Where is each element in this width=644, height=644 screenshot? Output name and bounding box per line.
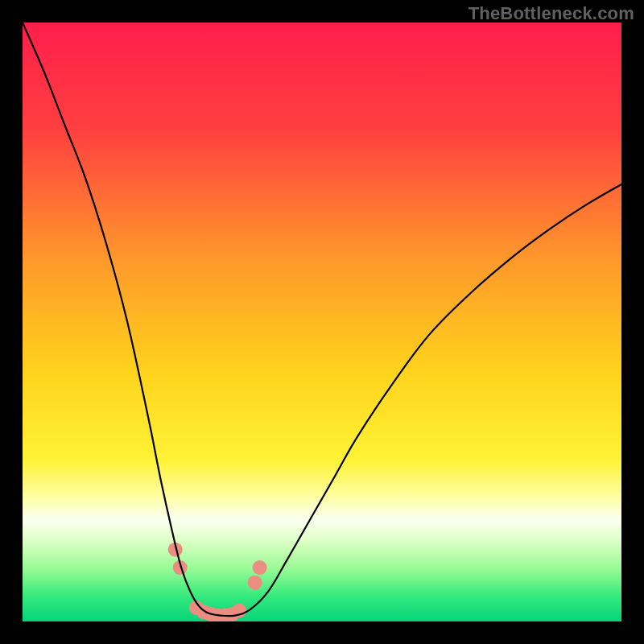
chart-curve-layer: [23, 23, 621, 621]
chart-plot-area: [23, 23, 621, 621]
chart-marker: [253, 560, 267, 575]
chart-curve: [23, 23, 621, 616]
watermark-text: TheBottleneck.com: [469, 3, 634, 24]
chart-marker: [248, 576, 262, 590]
chart-markers: [168, 543, 267, 621]
chart-frame: TheBottleneck.com: [0, 0, 644, 644]
